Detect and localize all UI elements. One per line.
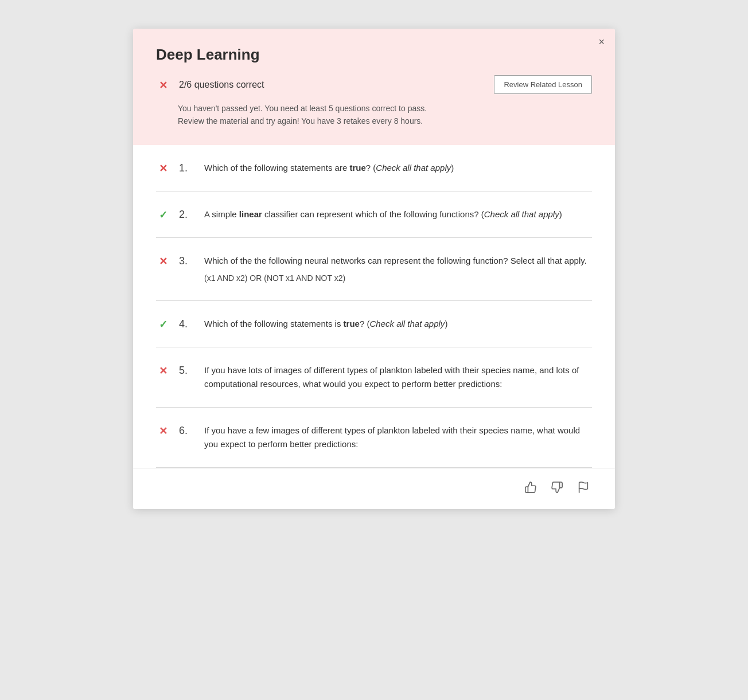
question-number: 4. xyxy=(179,318,195,330)
question-number: 6. xyxy=(179,425,195,437)
review-related-lesson-button[interactable]: Review Related Lesson xyxy=(494,75,592,94)
question-row: ✕6.If you have a few images of different… xyxy=(156,408,592,468)
score-text: 2/6 questions correct xyxy=(179,80,264,90)
question-number: 3. xyxy=(179,255,195,267)
wrong-icon: ✕ xyxy=(156,162,170,175)
question-text: A simple linear classifier can represent… xyxy=(204,208,562,221)
question-main-text: If you have a few images of different ty… xyxy=(204,424,592,451)
question-row: ✕1.Which of the following statements are… xyxy=(156,145,592,191)
wrong-icon: ✕ xyxy=(156,255,170,268)
question-text: If you have a few images of different ty… xyxy=(204,424,592,451)
wrong-icon: ✕ xyxy=(156,425,170,437)
fail-message: You haven't passed yet. You need at leas… xyxy=(178,102,592,128)
question-text: Which of the following statements are tr… xyxy=(204,161,454,175)
question-main-text: If you have lots of images of different … xyxy=(204,363,592,391)
fail-message-line1: You haven't passed yet. You need at leas… xyxy=(178,104,427,113)
score-row: ✕ 2/6 questions correct Review Related L… xyxy=(156,75,592,94)
question-main-text: Which of the following statements is tru… xyxy=(204,317,447,331)
header-section: Deep Learning ✕ 2/6 questions correct Re… xyxy=(133,29,615,145)
question-main-text: Which of the following statements are tr… xyxy=(204,161,454,175)
modal-title: Deep Learning xyxy=(156,46,592,64)
questions-section: ✕1.Which of the following statements are… xyxy=(133,145,615,468)
question-text: Which of the the following neural networ… xyxy=(204,254,587,284)
question-main-text: Which of the the following neural networ… xyxy=(204,254,587,268)
question-text: If you have lots of images of different … xyxy=(204,363,592,391)
thumbs-up-button[interactable] xyxy=(522,479,539,499)
close-button[interactable]: × xyxy=(598,37,605,47)
question-row: ✓4.Which of the following statements is … xyxy=(156,301,592,347)
correct-icon: ✓ xyxy=(156,209,170,221)
score-icon-wrong: ✕ xyxy=(156,79,170,92)
question-row: ✓2.A simple linear classifier can repres… xyxy=(156,191,592,238)
wrong-icon: ✕ xyxy=(156,365,170,377)
quiz-result-modal: × Deep Learning ✕ 2/6 questions correct … xyxy=(133,29,615,509)
question-main-text: A simple linear classifier can represent… xyxy=(204,208,562,221)
fail-message-line2: Review the material and try again! You h… xyxy=(178,116,423,126)
question-subtext: (x1 AND x2) OR (NOT x1 AND NOT x2) xyxy=(204,272,587,284)
question-row: ✕3.Which of the the following neural net… xyxy=(156,238,592,301)
flag-button[interactable] xyxy=(575,479,592,499)
question-number: 2. xyxy=(179,209,195,221)
thumbs-down-button[interactable] xyxy=(548,479,566,499)
correct-icon: ✓ xyxy=(156,318,170,331)
question-text: Which of the following statements is tru… xyxy=(204,317,447,331)
score-left: ✕ 2/6 questions correct xyxy=(156,78,264,92)
question-row: ✕5.If you have lots of images of differe… xyxy=(156,347,592,408)
footer-section xyxy=(133,468,615,509)
question-number: 5. xyxy=(179,365,195,377)
question-number: 1. xyxy=(179,162,195,174)
